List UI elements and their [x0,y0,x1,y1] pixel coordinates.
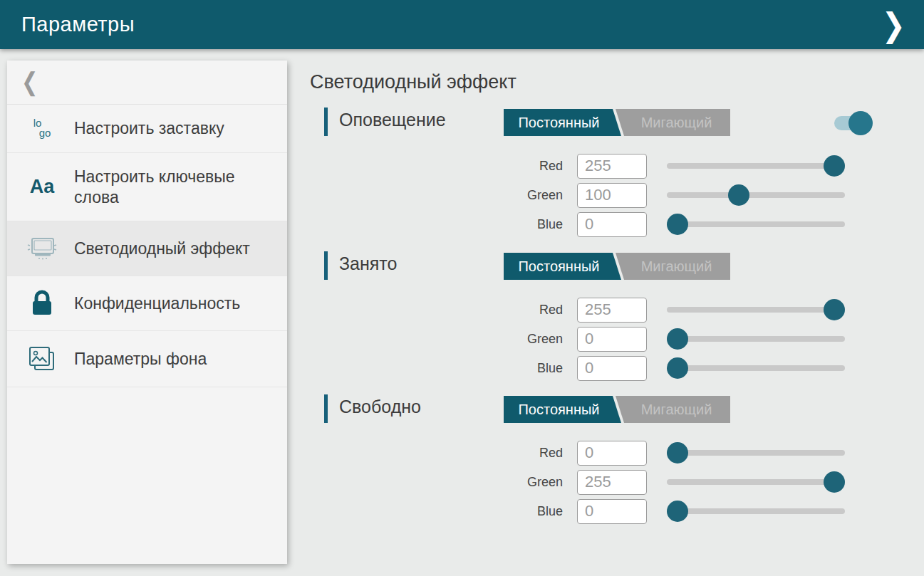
slider-thumb[interactable] [824,471,845,493]
blue-label: Blue [506,361,563,376]
alert-enabled-switch[interactable] [834,111,878,135]
slider-thumb[interactable] [824,299,845,320]
green-label: Green [506,475,563,490]
slider-thumb[interactable] [667,328,688,350]
keywords-aa-icon: Aa [26,177,58,197]
red-value-input[interactable] [577,154,647,179]
slider-track[interactable] [667,192,845,198]
sidebar-item-led-effect[interactable]: Светодиодный эффект [7,221,287,276]
green-label: Green [506,332,563,347]
blue-value-input[interactable] [577,356,647,381]
blue-slider[interactable] [667,212,845,236]
sidebar-item-label: Настроить ключевые слова [74,167,276,208]
green-value-input[interactable] [577,470,647,495]
section-label: Свободно [339,397,421,417]
slider-track[interactable] [667,163,845,169]
sidebar: ❮ logo Настроить заставку Aa Настроить к… [7,61,287,564]
slider-thumb[interactable] [667,214,688,235]
sidebar-item-keywords[interactable]: Aa Настроить ключевые слова [7,153,287,222]
settings-app: Параметры ❯ ❮ logo Настроить заставку Aa… [0,0,924,576]
slider-thumb[interactable] [824,155,845,177]
blue-value-input[interactable] [577,212,647,237]
green-value-input[interactable] [577,183,647,208]
red-value-input[interactable] [577,298,647,323]
logo-icon: logo [26,118,58,139]
sidebar-item-label: Светодиодный эффект [74,239,250,259]
slider-track[interactable] [667,336,845,342]
red-value-input[interactable] [577,441,647,466]
green-slider[interactable] [667,327,845,351]
red-slider[interactable] [667,298,845,322]
red-label: Red [506,159,563,174]
red-slider[interactable] [667,154,845,178]
mode-blinking-button[interactable]: Мигающий [616,396,730,423]
sidebar-back-row[interactable]: ❮ [7,61,287,105]
sidebar-item-label: Настроить заставку [74,118,224,139]
slider-thumb[interactable] [667,501,688,522]
mode-toggle: Постоянный Мигающий [504,109,732,136]
slider-track[interactable] [667,221,845,227]
sidebar-item-label: Параметры фона [74,349,207,370]
privacy-lock-icon [26,290,58,317]
slider-thumb[interactable] [667,442,688,464]
blue-slider[interactable] [667,356,845,380]
mode-blinking-button[interactable]: Мигающий [616,253,730,280]
sidebar-item-privacy[interactable]: Конфиденциальность [7,276,287,331]
blue-slider[interactable] [667,499,845,523]
app-header: Параметры ❯ [0,0,924,49]
green-slider[interactable] [667,183,845,207]
blue-label: Blue [506,504,563,519]
mode-toggle: Постоянный Мигающий [504,253,732,280]
blue-label: Blue [506,217,563,232]
section-label: Оповещение [339,110,446,130]
green-label: Green [506,188,563,203]
slider-track[interactable] [667,450,845,456]
green-slider[interactable] [667,470,845,494]
slider-track[interactable] [667,508,845,514]
background-images-icon [26,345,58,373]
red-label: Red [506,446,563,461]
mode-blinking-button[interactable]: Мигающий [616,109,730,136]
blue-value-input[interactable] [577,499,647,524]
section-free: Свободно Постоянный Мигающий Red Green B… [324,394,894,536]
back-chevron-icon[interactable]: ❮ [21,68,38,97]
green-value-input[interactable] [577,327,647,352]
sidebar-item-label: Конфиденциальность [74,293,240,314]
red-slider[interactable] [667,441,845,465]
switch-knob[interactable] [848,111,873,135]
sidebar-item-background[interactable]: Параметры фона [7,331,287,387]
slider-track[interactable] [667,365,845,371]
section-accent-bar [324,108,328,136]
slider-track[interactable] [667,479,845,485]
red-label: Red [506,303,563,318]
mode-solid-button[interactable]: Постоянный [504,109,621,136]
mode-toggle: Постоянный Мигающий [504,396,732,423]
sidebar-item-screensaver[interactable]: logo Настроить заставку [7,105,287,153]
page-title: Параметры [21,13,881,36]
slider-track[interactable] [667,307,845,313]
slider-thumb[interactable] [667,357,688,379]
section-accent-bar [324,251,328,280]
forward-chevron-icon[interactable]: ❯ [881,9,905,41]
section-busy: Занято Постоянный Мигающий Red Green Blu… [324,251,894,393]
section-alert: Оповещение Постоянный Мигающий Red Green [324,107,894,249]
led-effect-monitor-icon [26,235,58,262]
main-section-title: Светодиодный эффект [310,71,516,93]
section-label: Занято [339,253,397,274]
section-accent-bar [324,394,328,423]
slider-thumb[interactable] [728,184,749,206]
mode-solid-button[interactable]: Постоянный [504,253,621,280]
mode-solid-button[interactable]: Постоянный [504,396,621,423]
